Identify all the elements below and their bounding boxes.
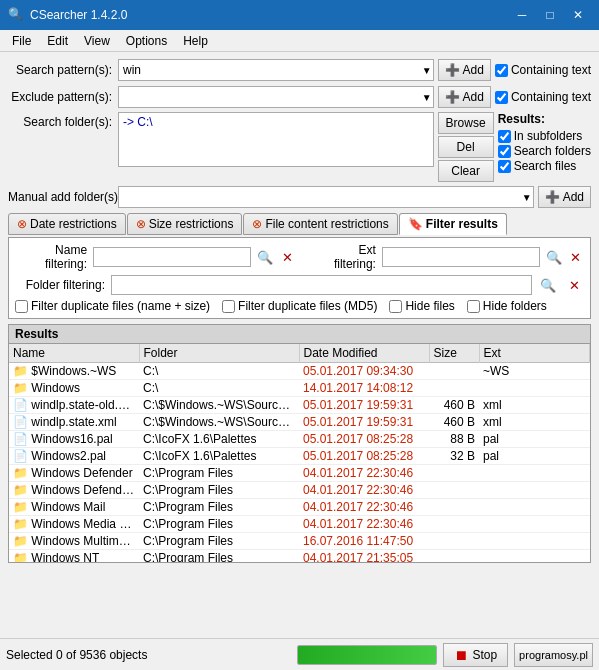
folder-filter-label: Folder filtering: [15,278,105,292]
menu-view[interactable]: View [76,30,118,51]
row-icon: 📁 [13,500,28,514]
browse-button[interactable]: Browse [438,112,494,134]
col-folder[interactable]: Folder [139,344,299,363]
close-button[interactable]: ✕ [565,5,591,25]
ext-filter-label: Ext filtering: [320,243,376,271]
cell-name: 📄 windlp.state-old.xml [9,397,139,414]
app-title: CSearcher 1.4.2.0 [30,8,509,22]
exclude-pattern-label: Exclude pattern(s): [8,90,118,104]
cell-name: 📁 Windows Defender Adv... [9,482,139,499]
table-row[interactable]: 📁 Windows C:\ 14.01.2017 14:08:12 [9,380,590,397]
table-row[interactable]: 📁 $Windows.~WS C:\ 05.01.2017 09:34:30 ~… [9,363,590,380]
search-pattern-wrapper: ▼ [118,59,434,81]
containing-text-2: Containing text [495,90,591,104]
stop-button[interactable]: ⏹ Stop [443,643,508,667]
row-icon: 📄 [13,432,28,446]
exclude-pattern-input[interactable] [118,86,434,108]
cell-date: 05.01.2017 19:59:31 [299,397,429,414]
folder-action-buttons: Browse Del Clear [438,112,494,182]
logo-button[interactable]: programosy.pl [514,643,593,667]
containing-text-check-2[interactable]: Containing text [495,90,591,104]
menu-file[interactable]: File [4,30,39,51]
status-text: Selected 0 of 9536 objects [6,648,291,662]
folder-filter-row: Folder filtering: 🔍 ✕ [15,275,584,295]
table-row[interactable]: 📄 Windows2.pal C:\IcoFX 1.6\Palettes 05.… [9,448,590,465]
col-date[interactable]: Date Modified [299,344,429,363]
results-table: Name Folder Date Modified Size Ext 📁 $Wi… [9,344,590,563]
manual-add-input[interactable] [118,186,534,208]
col-name[interactable]: Name [9,344,139,363]
table-row[interactable]: 📄 windlp.state-old.xml C:\$Windows.~WS\S… [9,397,590,414]
table-row[interactable]: 📄 Windows16.pal C:\IcoFX 1.6\Palettes 05… [9,431,590,448]
clear-button[interactable]: Clear [438,160,494,182]
search-pattern-row: Search pattern(s): ▼ ➕ Add Containing te… [8,58,591,82]
ext-clear-icon-btn[interactable]: ✕ [568,247,584,267]
cell-date: 05.01.2017 19:59:31 [299,414,429,431]
cell-name: 📁 Windows Mail [9,499,139,516]
table-row[interactable]: 📁 Windows Mail C:\Program Files 04.01.20… [9,499,590,516]
main-panel: Search pattern(s): ▼ ➕ Add Containing te… [0,52,599,569]
search-pattern-input[interactable] [118,59,434,81]
cell-date: 14.01.2017 14:08:12 [299,380,429,397]
in-subfolders-check[interactable]: In subfolders [498,129,591,143]
cell-folder: C:\Program Files [139,499,299,516]
ext-search-icon-btn[interactable]: 🔍 [546,247,562,267]
add-pattern-button[interactable]: ➕ Add [438,59,491,81]
search-files-check[interactable]: Search files [498,159,591,173]
tab-file-content[interactable]: ⊗ File content restrictions [243,213,397,235]
cell-ext [479,380,590,397]
cell-size [429,499,479,516]
maximize-button[interactable]: □ [537,5,563,25]
add-manual-button[interactable]: ➕ Add [538,186,591,208]
cell-ext [479,533,590,550]
table-row[interactable]: 📄 windlp.state.xml C:\$Windows.~WS\Sourc… [9,414,590,431]
ext-filter-input[interactable] [382,247,540,267]
search-folder-row: Search folder(s): -> C:\ Browse Del Clea… [8,112,591,182]
folder-search-icon-btn[interactable]: 🔍 [538,275,558,295]
table-row[interactable]: 📁 Windows Defender Adv... C:\Program Fil… [9,482,590,499]
search-folders-check[interactable]: Search folders [498,144,591,158]
name-clear-icon-btn[interactable]: ✕ [279,247,295,267]
add-exclude-button[interactable]: ➕ Add [438,86,491,108]
search-folder-textarea[interactable]: -> C:\ [118,112,434,167]
menu-edit[interactable]: Edit [39,30,76,51]
table-header-row: Name Folder Date Modified Size Ext [9,344,590,363]
table-row[interactable]: 📁 Windows Media Player C:\Program Files … [9,516,590,533]
menu-options[interactable]: Options [118,30,175,51]
cell-size [429,516,479,533]
cell-folder: C:\Program Files [139,482,299,499]
hide-folders-check[interactable]: Hide folders [467,299,547,313]
del-button[interactable]: Del [438,136,494,158]
name-search-icon-btn[interactable]: 🔍 [257,247,273,267]
cell-ext [479,550,590,564]
progress-bar [297,645,437,665]
dup-md5-check[interactable]: Filter duplicate files (MD5) [222,299,377,313]
menu-help[interactable]: Help [175,30,216,51]
results-table-wrap[interactable]: Name Folder Date Modified Size Ext 📁 $Wi… [8,343,591,563]
tab-filter-results[interactable]: 🔖 Filter results [399,213,507,235]
manual-add-wrapper: ▼ [118,186,534,208]
folder-clear-icon-btn[interactable]: ✕ [564,275,584,295]
folder-filter-input[interactable] [111,275,532,295]
hide-files-check[interactable]: Hide files [389,299,454,313]
row-icon: 📁 [13,483,28,497]
table-row[interactable]: 📁 Windows Multimedia Pla... C:\Program F… [9,533,590,550]
tab-date-restrictions[interactable]: ⊗ Date restrictions [8,213,126,235]
cell-ext [479,499,590,516]
add-manual-icon: ➕ [545,190,560,204]
search-folder-label: Search folder(s): [8,112,118,129]
tab-strip: ⊗ Date restrictions ⊗ Size restrictions … [8,213,591,235]
name-filter-input[interactable] [93,247,251,267]
minimize-button[interactable]: ─ [509,5,535,25]
col-ext[interactable]: Ext [479,344,590,363]
cell-size [429,533,479,550]
col-size[interactable]: Size [429,344,479,363]
containing-text-check-1[interactable]: Containing text [495,63,591,77]
tab-size-restrictions[interactable]: ⊗ Size restrictions [127,213,243,235]
dup-name-size-check[interactable]: Filter duplicate files (name + size) [15,299,210,313]
cell-size [429,482,479,499]
cell-folder: C:\Program Files [139,516,299,533]
table-row[interactable]: 📁 Windows NT C:\Program Files 04.01.2017… [9,550,590,564]
table-row[interactable]: 📁 Windows Defender C:\Program Files 04.0… [9,465,590,482]
cell-size [429,380,479,397]
